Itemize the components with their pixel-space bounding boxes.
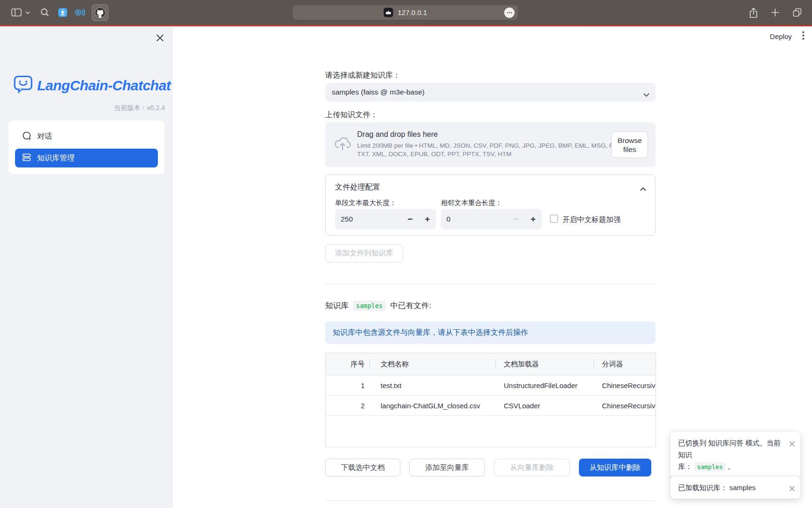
info-banner: 知识库中包含源文件与向量库，请从下表中选择文件后操作 — [325, 321, 656, 344]
chunk-size-input[interactable]: 250 − + — [335, 209, 436, 230]
table-row[interactable]: 1 test.txt UnstructuredFileLoader Chines… — [326, 375, 656, 396]
chunk-size-label: 单段文本最大长度： — [335, 198, 397, 207]
app-logo-text: LangChain-Chatchat — [37, 78, 171, 94]
download-selected-button[interactable]: 下载选中文档 — [325, 459, 400, 476]
zh-title-checkbox[interactable] — [550, 214, 558, 223]
menu-item-label: 知识库管理 — [37, 153, 75, 163]
extension-bookmark-icon[interactable] — [58, 8, 68, 17]
upload-label: 上传知识文件： — [325, 110, 378, 120]
new-tab-icon[interactable] — [771, 8, 780, 17]
chevron-up-icon[interactable] — [640, 184, 646, 193]
zh-title-checkbox-label: 开启中文标题加强 — [562, 215, 621, 225]
share-icon[interactable] — [749, 7, 758, 18]
sidebar-close-icon[interactable] — [155, 33, 164, 42]
main-content: 请选择或新建知识库： samples (faiss @ m3e-base) 上传… — [325, 0, 656, 508]
divider — [325, 500, 656, 501]
col-header-index[interactable]: 序号 — [326, 353, 369, 375]
sidebar: LangChain-Chatchat 当前版本：v0.2.4 对话 知识库管理 — [0, 26, 173, 508]
dropzone-title: Drag and drop files here — [357, 130, 438, 139]
kb-selectbox[interactable]: samples (faiss @ m3e-base) — [325, 83, 656, 102]
expander-title[interactable]: 文件处理配置 — [335, 183, 380, 192]
overlap-increment-button[interactable]: + — [524, 209, 542, 230]
chunk-size-decrement-button[interactable]: − — [401, 209, 419, 230]
table-header-row: 序号 文档名称 文档加载器 分词器 — [326, 353, 656, 375]
dropzone-limit-text: Limit 200MB per file • HTML, MD, JSON, C… — [357, 142, 638, 159]
overlap-label: 相邻文本重合长度： — [441, 198, 502, 207]
stack-icon — [22, 153, 31, 164]
overlap-decrement-button: − — [507, 209, 524, 230]
sidebar-toggle-icon[interactable] — [11, 8, 22, 16]
kb-select-label: 请选择或新建知识库： — [325, 71, 400, 80]
app-logo: LangChain-Chatchat — [14, 75, 171, 96]
kebab-menu-icon[interactable] — [802, 31, 804, 42]
cloud-upload-icon — [334, 136, 351, 153]
file-config-expander: 文件处理配置 单段文本最大长度： 相邻文本重合长度： 250 − + 0 − +… — [325, 175, 656, 236]
deploy-button[interactable]: Deploy — [770, 32, 792, 40]
chevron-down-icon — [643, 90, 649, 99]
extension-circles-icon[interactable] — [74, 8, 85, 17]
menu-item-knowledge-base[interactable]: 知识库管理 — [15, 149, 158, 167]
kb-name-code: samples — [353, 301, 386, 311]
delete-from-vector-button: 从向量库删除 — [494, 459, 570, 476]
add-files-button: 添加文件到知识库 — [325, 244, 403, 262]
kb-name-code: samples — [694, 462, 726, 471]
table-action-buttons: 下载选中文档 添加至向量库 从向量库删除 从知识库中删除 — [325, 459, 651, 476]
chunk-size-increment-button[interactable]: + — [419, 209, 436, 230]
toast-close-icon[interactable] — [789, 483, 795, 494]
col-header-splitter[interactable]: 分词器 — [593, 353, 656, 375]
toast-mode-switched: 已切换到 知识库问答 模式。当前知识 库： samples 。 — [671, 432, 800, 478]
chat-bubble-icon — [22, 131, 31, 142]
github-tab-button[interactable] — [92, 4, 109, 21]
chatchat-logo-icon — [14, 75, 33, 96]
menu-item-dialogue[interactable]: 对话 — [15, 127, 158, 146]
file-dropzone[interactable]: Drag and drop files here Limit 200MB per… — [325, 122, 656, 167]
divider — [325, 284, 656, 284]
search-icon[interactable] — [40, 8, 49, 17]
col-header-loader[interactable]: 文档加载器 — [495, 353, 593, 375]
toast-close-icon[interactable] — [789, 438, 795, 450]
kb-selected-value: samples (faiss @ m3e-base) — [332, 88, 425, 96]
existing-files-heading: 知识库 samples 中已有文件: — [325, 301, 431, 311]
browse-files-button[interactable]: Browse files — [611, 131, 648, 158]
tab-overview-icon[interactable] — [792, 7, 803, 18]
chevron-down-icon[interactable] — [25, 11, 30, 14]
chunk-size-value[interactable]: 250 — [335, 215, 401, 223]
toast-kb-loaded: 已加载知识库： samples — [671, 476, 800, 499]
add-to-vector-button[interactable]: 添加至向量库 — [409, 459, 485, 476]
version-label: 当前版本：v0.2.4 — [114, 104, 165, 112]
files-table[interactable]: 序号 文档名称 文档加载器 分词器 1 test.txt Unstructure… — [325, 353, 656, 447]
overlap-input[interactable]: 0 − + — [441, 209, 542, 230]
overlap-value[interactable]: 0 — [441, 215, 507, 223]
delete-from-kb-button[interactable]: 从知识库中删除 — [579, 459, 651, 476]
col-header-name[interactable]: 文档名称 — [369, 353, 495, 375]
menu-item-label: 对话 — [37, 132, 52, 142]
sidebar-menu: 对话 知识库管理 — [8, 120, 164, 174]
table-row[interactable]: 2 langchain-ChatGLM_closed.csv CSVLoader… — [326, 396, 656, 416]
